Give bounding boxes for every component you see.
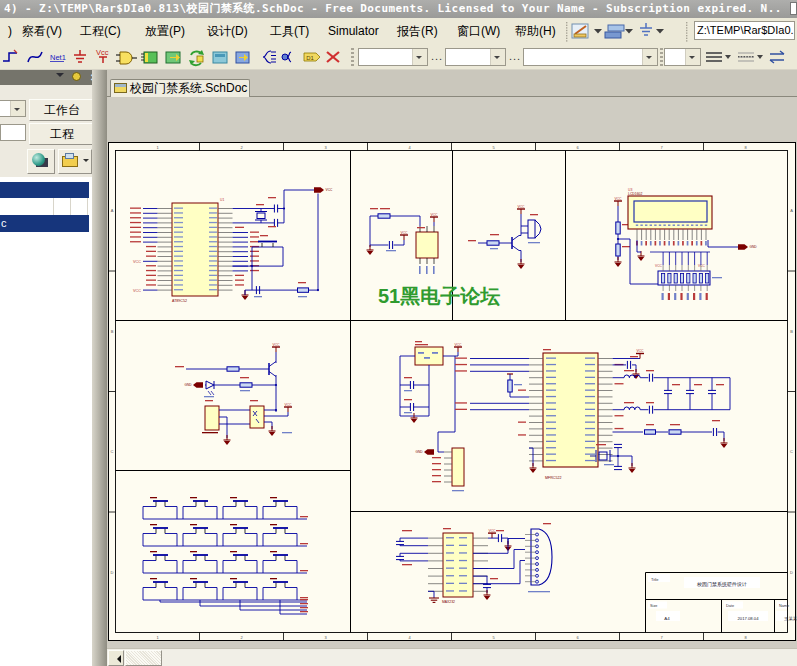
ellipsis-button-2[interactable]: ... bbox=[509, 50, 521, 62]
menu-item-5[interactable]: 工具(T) bbox=[270, 18, 309, 44]
svg-text:GND: GND bbox=[415, 450, 423, 454]
svg-text:C: C bbox=[790, 449, 793, 454]
measure-tool-icon[interactable] bbox=[572, 24, 588, 38]
place-component-icon[interactable] bbox=[141, 52, 157, 63]
svg-text:VCC: VCC bbox=[430, 213, 438, 217]
panel-dropdown-icon[interactable] bbox=[56, 73, 64, 81]
panel-field[interactable] bbox=[0, 124, 26, 141]
power-port-tool-icon[interactable] bbox=[640, 23, 652, 35]
svg-text:VCC: VCC bbox=[133, 260, 141, 264]
combo-dropdown-icon[interactable] bbox=[412, 49, 427, 65]
titleblock-size-value: A4 bbox=[664, 616, 670, 621]
dropdown-arrow-icon[interactable] bbox=[757, 55, 763, 59]
svg-text:A: A bbox=[790, 208, 793, 213]
horizontal-scrollbar[interactable] bbox=[107, 648, 797, 666]
menu-item-1[interactable]: 察看(V) bbox=[22, 18, 62, 44]
tree-item-row[interactable] bbox=[0, 198, 89, 215]
titleblock-name-label: Name bbox=[779, 604, 789, 608]
dropdown-arrow-icon[interactable] bbox=[656, 29, 664, 34]
menu-item-7[interactable]: 报告(R) bbox=[397, 18, 438, 44]
place-directive-icon[interactable]: D1 bbox=[304, 53, 320, 61]
scrollbar-thumb[interactable] bbox=[125, 650, 162, 666]
toolbar-combo-1[interactable] bbox=[358, 48, 428, 66]
layers-tool-icon[interactable] bbox=[605, 25, 624, 38]
toolbar-combo-2[interactable] bbox=[445, 48, 506, 66]
menu-item-6[interactable]: Simulator bbox=[328, 18, 379, 44]
dropdown-arrow-icon[interactable] bbox=[725, 55, 731, 59]
dropdown-arrow-icon[interactable] bbox=[625, 29, 633, 34]
tree-item-document-selected[interactable]: c bbox=[0, 215, 89, 232]
svg-text:D: D bbox=[111, 570, 114, 575]
place-wire-icon[interactable] bbox=[3, 50, 17, 61]
svg-text:VCC: VCC bbox=[614, 197, 622, 201]
scroll-left-button[interactable] bbox=[108, 650, 124, 666]
menu-item-9[interactable]: 帮助(H) bbox=[515, 18, 556, 44]
svg-text:B: B bbox=[111, 329, 114, 334]
panel-pin-icon[interactable] bbox=[72, 72, 81, 81]
place-part-icon[interactable] bbox=[116, 52, 137, 64]
ellipsis-button-1[interactable]: ... bbox=[431, 50, 443, 62]
path-combo-value[interactable]: Z:\TEMP\Rar$DIa0. bbox=[695, 22, 794, 39]
titleblock-date-label: Date bbox=[726, 604, 734, 608]
svg-text:VCC: VCC bbox=[517, 205, 525, 209]
window-button-partial[interactable] bbox=[790, 2, 797, 15]
panel-splitter[interactable] bbox=[92, 70, 107, 666]
menu-item-8[interactable]: 窗口(W) bbox=[457, 18, 500, 44]
place-harness-icon[interactable] bbox=[263, 51, 276, 63]
titleblock-name-value: 王某某 bbox=[784, 616, 797, 621]
place-no-erc-icon[interactable] bbox=[327, 52, 339, 62]
panel-icon-button-2[interactable] bbox=[58, 149, 92, 174]
place-port-icon[interactable] bbox=[236, 52, 249, 63]
path-combo[interactable]: Z:\TEMP\Rar$DIa0. bbox=[694, 21, 795, 40]
combo-dropdown-icon[interactable] bbox=[685, 49, 700, 65]
place-gnd-port-icon[interactable] bbox=[74, 50, 86, 62]
toolbar-grip bbox=[660, 48, 663, 66]
svg-text:B: B bbox=[790, 329, 793, 334]
menu-item-3[interactable]: 放置(P) bbox=[145, 18, 185, 44]
dropdown-arrow-icon[interactable] bbox=[594, 29, 602, 34]
svg-text:VCC: VCC bbox=[488, 529, 496, 533]
menubar-grip[interactable] bbox=[566, 22, 567, 42]
toolbar-right-icons[interactable] bbox=[702, 44, 797, 70]
combo-dropdown-icon[interactable] bbox=[642, 49, 657, 65]
toolbar-icons[interactable]: Net1VccD1 bbox=[0, 44, 350, 70]
place-sheet-entry-icon[interactable] bbox=[213, 52, 227, 63]
swap-arrows-icon[interactable] bbox=[770, 51, 784, 63]
combo-dropdown-icon[interactable] bbox=[490, 49, 505, 65]
tab-schdoc[interactable]: 校园门禁系统.SchDoc bbox=[110, 79, 250, 97]
rfid-name-label: MFRC522 bbox=[545, 476, 561, 480]
panel-icon-button-1[interactable] bbox=[27, 149, 55, 174]
update-sync-icon[interactable] bbox=[189, 50, 204, 65]
schematic-sheet-svg[interactable]: 1122334455667788AABBCCDD VCCVCCVCC VCCVC… bbox=[107, 97, 797, 648]
place-sheet-symbol-icon[interactable] bbox=[166, 52, 180, 63]
line-width-icon[interactable] bbox=[706, 53, 722, 61]
tree-item-project[interactable] bbox=[0, 182, 89, 198]
toolbar-combo-3[interactable] bbox=[523, 48, 658, 66]
svg-text:D1: D1 bbox=[306, 55, 314, 61]
menu-item-2[interactable]: 工程(C) bbox=[80, 18, 121, 44]
project-button[interactable]: 工程 bbox=[29, 123, 95, 145]
titleblock-size-label: Size bbox=[650, 604, 657, 608]
place-net-label-icon[interactable]: Net1 bbox=[50, 53, 66, 62]
workbench-button[interactable]: 工作台 bbox=[29, 99, 95, 121]
place-vcc-port-icon[interactable]: Vcc bbox=[96, 48, 109, 63]
lcd-name-label: LCD1602 bbox=[628, 192, 642, 196]
window-titlebar[interactable]: 4) - Z:\TEMP\Rar$DIa0.813\校园门禁系统.SchDoc … bbox=[0, 0, 797, 18]
svg-text:VCC: VCC bbox=[655, 264, 662, 268]
menubar-grip[interactable] bbox=[686, 22, 687, 42]
svg-text:VCC: VCC bbox=[454, 343, 462, 347]
svg-text:A: A bbox=[111, 208, 114, 213]
menu-item-4[interactable]: 设计(D) bbox=[207, 18, 248, 44]
toolbar-combo-4[interactable] bbox=[664, 48, 701, 66]
line-style-icon[interactable] bbox=[738, 53, 754, 61]
project-selector-combo[interactable] bbox=[0, 100, 26, 117]
schematic-editor-canvas[interactable]: 1122334455667788AABBCCDD VCCVCCVCC VCCVC… bbox=[107, 97, 797, 648]
place-bezier-icon[interactable] bbox=[28, 52, 42, 62]
menu-item-0[interactable]: ) bbox=[8, 18, 12, 44]
place-harness-entry-icon[interactable] bbox=[282, 52, 291, 62]
menu-bar: Z:\TEMP\Rar$DIa0. )察看(V)工程(C)放置(P)设计(D)工… bbox=[0, 18, 797, 44]
menubar-icons[interactable] bbox=[560, 18, 694, 44]
mcu-ref-label: U1 bbox=[220, 198, 224, 202]
dropdown-arrow-icon[interactable] bbox=[83, 159, 89, 165]
tab-label: 校园门禁系统.SchDoc bbox=[130, 81, 247, 95]
